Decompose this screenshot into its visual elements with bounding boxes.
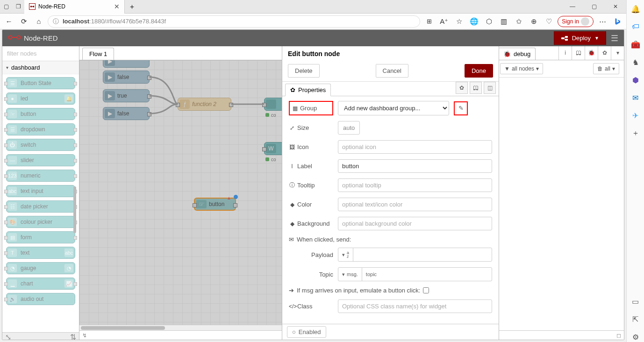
debug-filter[interactable]: ▼all nodes ▾	[500, 63, 543, 74]
tools-icon[interactable]: 🧰	[630, 39, 641, 50]
palette-node[interactable]: ◔gauge◔	[6, 262, 75, 274]
sidebar-help-icon[interactable]: 🕮	[572, 46, 585, 60]
palette-node[interactable]: —slider	[6, 154, 75, 166]
internet-download-icon[interactable]: 🌐	[468, 15, 480, 28]
group-select[interactable]: Add new dashboard group...	[338, 101, 449, 115]
class-input[interactable]	[338, 299, 492, 313]
node-appearance-icon[interactable]: ◫	[484, 82, 496, 94]
palette-node[interactable]: ☰Button State	[6, 77, 75, 89]
palette-node[interactable]: abctext input	[6, 185, 75, 197]
cancel-button[interactable]: Cancel	[376, 64, 408, 78]
palette-node[interactable]: ☞button	[6, 108, 75, 120]
browser-tab[interactable]: Node-RED ✕	[24, 0, 125, 14]
split-screen-icon[interactable]: ▥	[498, 15, 510, 28]
read-aloud-icon[interactable]: A⁺	[438, 15, 450, 28]
flow-node-false[interactable]: ▶false	[103, 71, 150, 84]
properties-tab[interactable]: ✿Properties	[285, 84, 331, 96]
deploy-button[interactable]: Deploy ▼	[554, 31, 606, 45]
url-input[interactable]: ⓘ localhost:1880/#flow/476b5e78.8443f	[48, 15, 420, 28]
window-maximize-icon[interactable]: ▢	[583, 0, 605, 14]
edge-settings-icon[interactable]: ⚙	[630, 332, 641, 342]
palette-node[interactable]: ▁chart📈	[6, 278, 75, 290]
gauge-alt-icon: ◔	[64, 264, 73, 272]
flow-node-false[interactable]: ▶false	[103, 107, 150, 120]
outlook-icon[interactable]: ✉	[630, 93, 641, 103]
label-input[interactable]	[338, 159, 492, 173]
palette-node[interactable]: Ttextabc	[6, 247, 75, 259]
collections-icon[interactable]: ⊕	[528, 15, 540, 28]
flow-tab[interactable]: Flow 1	[82, 48, 114, 60]
edge-share-icon[interactable]: ⇱	[630, 314, 641, 324]
palette-node[interactable]: ▤form	[6, 231, 75, 243]
delete-button[interactable]: Delete	[288, 64, 320, 78]
flow-node-false[interactable]: ▶	[103, 60, 150, 68]
sidebar-config-icon[interactable]: ✿	[598, 46, 611, 60]
sidebar-debug-icon[interactable]: 🐞	[585, 46, 598, 60]
notifications-icon[interactable]: 🔔	[630, 4, 641, 14]
node-settings-icon[interactable]: ✿	[456, 82, 468, 94]
debug-open-icon[interactable]: ◻	[616, 332, 621, 339]
icon-input[interactable]	[338, 140, 492, 154]
workspaces-icon[interactable]: ▢	[0, 3, 12, 10]
signin-button[interactable]: Sign in	[558, 16, 594, 27]
palette-node[interactable]: 🎨colour picker	[6, 216, 75, 228]
add-tool-icon[interactable]: ＋	[630, 128, 641, 138]
tab-actions-icon[interactable]: ❐	[12, 3, 24, 10]
palette-toggle-icon[interactable]: ⇅	[70, 333, 76, 340]
envelope-icon: ✉	[289, 236, 294, 243]
favorites-hub-icon[interactable]: ✩	[513, 15, 525, 28]
office-icon[interactable]: ⬢	[630, 75, 641, 85]
main-menu-button[interactable]: ☰	[611, 33, 618, 43]
palette-filter-input[interactable]	[5, 49, 76, 58]
send-icon[interactable]: ✈	[630, 110, 641, 121]
color-input[interactable]	[338, 198, 492, 211]
palette-node[interactable]: ☷date picker	[6, 200, 75, 213]
enabled-toggle[interactable]: ○Enabled	[287, 326, 326, 338]
window-close-icon[interactable]: ✕	[605, 0, 626, 14]
topic-input[interactable]: ▾ msg. topic	[338, 267, 492, 281]
lasso-icon[interactable]: ↯	[82, 332, 87, 339]
sidebar-info-icon[interactable]: i	[558, 46, 572, 60]
back-button[interactable]: ←	[3, 15, 15, 28]
palette-expand-icon[interactable]: ⤡	[5, 333, 11, 340]
size-button[interactable]: auto	[338, 121, 360, 135]
extensions-icon[interactable]: ⬡	[483, 15, 495, 28]
favorite-icon[interactable]: ☆	[453, 15, 465, 28]
qr-icon[interactable]: ⊞	[423, 15, 435, 28]
site-info-icon[interactable]: ⓘ	[53, 17, 59, 26]
debug-clear[interactable]: 🗑all ▾	[593, 63, 619, 74]
performance-icon[interactable]: ♡	[543, 15, 555, 28]
flow-node-function[interactable]: ƒfunction 2	[178, 98, 231, 111]
games-icon[interactable]: ♞	[630, 57, 641, 67]
palette-node[interactable]: 🔊audio out	[6, 293, 75, 305]
edit-group-button[interactable]: ✎	[454, 101, 468, 115]
background-input[interactable]	[338, 217, 492, 230]
flow-node-true[interactable]: ▶true	[103, 89, 150, 102]
palette-node[interactable]: ⏻switch	[6, 139, 75, 151]
done-button[interactable]: Done	[465, 64, 493, 78]
image-icon: 🖼	[289, 144, 295, 150]
bing-button[interactable]	[611, 15, 623, 28]
palette-node[interactable]: ●led🔔	[6, 93, 75, 105]
sidebar-tab-debug[interactable]: 🐞debug	[498, 48, 536, 60]
palette-scrollbar[interactable]	[73, 186, 76, 233]
shopping-icon[interactable]: 🏷	[630, 21, 641, 32]
emulate-checkbox[interactable]	[423, 287, 429, 293]
payload-input[interactable]: ▾ az	[338, 248, 492, 262]
more-icon[interactable]: ⋯	[596, 15, 608, 28]
palette-node[interactable]: 123numeric	[6, 170, 75, 182]
palette-node[interactable]: ☰dropdown	[6, 123, 75, 135]
edge-split-icon[interactable]: ▭	[630, 296, 641, 306]
new-tab-button[interactable]: ＋	[125, 2, 139, 11]
sidebar-more-icon[interactable]: ▾	[611, 46, 624, 60]
refresh-button[interactable]: ⟳	[18, 15, 30, 28]
tooltip-input[interactable]	[338, 178, 492, 192]
flow-node-button-selected[interactable]: ☞button▲	[194, 198, 236, 211]
button-icon: ☞	[8, 110, 17, 118]
palette-category[interactable]: dashboard	[2, 61, 79, 74]
close-tab-icon[interactable]: ✕	[114, 3, 120, 10]
window-minimize-icon[interactable]: —	[562, 0, 583, 14]
home-button[interactable]: ⌂	[33, 15, 45, 28]
node-docs-icon[interactable]: 🕮	[470, 82, 482, 94]
table-icon: ▦	[292, 105, 298, 112]
